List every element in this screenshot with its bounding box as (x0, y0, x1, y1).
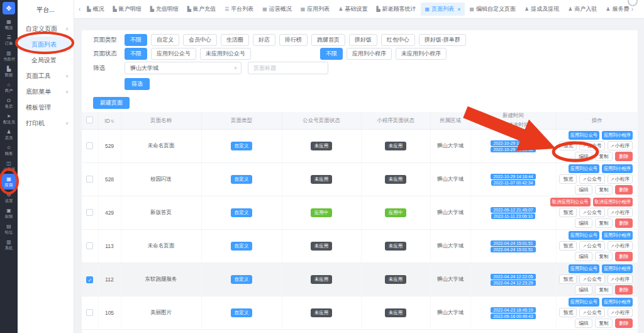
copy-button[interactable]: 复制 (595, 252, 613, 261)
tab-app-list[interactable]: ▦应用列表 (296, 3, 335, 16)
sidebar-item-after-sales[interactable]: Ω售后 (1, 95, 17, 111)
apply-mini-button[interactable]: 应用到小程序 (602, 264, 633, 273)
row-checkbox[interactable] (86, 176, 93, 183)
tab-scroll-right-icon[interactable]: › (630, 6, 635, 13)
sidebar-item-settings[interactable]: ⚙设置 (1, 189, 17, 205)
preview-button[interactable]: 预览 (559, 141, 577, 150)
sidebar-item-printer[interactable]: 打印机∨ (18, 115, 74, 131)
delete-button[interactable]: 删除 (615, 152, 633, 161)
apply-mp-button[interactable]: 应用到公众号 (569, 164, 599, 173)
tab-page-list[interactable]: ▦页面列表× (421, 3, 465, 16)
help-icon[interactable] (628, 0, 638, 6)
page-type-option-8[interactable]: 红包中心 (381, 34, 415, 46)
mini-link-button[interactable]: ↗小程序 (608, 208, 633, 217)
mini-status-option-0[interactable]: 不限 (320, 48, 343, 60)
delete-button[interactable]: 删除 (615, 185, 633, 195)
tab-account-detail[interactable]: ▙账户明细 (109, 3, 146, 16)
apply-mp-button[interactable]: 应用到公众号 (569, 131, 599, 140)
cancel-apply-mp-button[interactable]: 取消应用到公众号 (550, 198, 591, 206)
page-type-option-7[interactable]: 拼好饭 (349, 34, 377, 46)
delete-button[interactable]: 删除 (615, 218, 633, 228)
page-type-option-5[interactable]: 排行榜 (279, 34, 308, 46)
page-type-option-0[interactable]: 不限 (125, 34, 147, 46)
sidebar-item-permissions[interactable]: ▣权限 (1, 205, 17, 221)
edit-button[interactable]: 编辑 (575, 152, 592, 161)
region-select[interactable]: 狮山大学城 ∨ (125, 62, 242, 74)
sidebar-item-customer[interactable]: ☺顾客 (1, 142, 17, 158)
copy-button[interactable]: 复制 (595, 218, 613, 228)
apply-mini-button[interactable]: 应用到小程序 (602, 231, 633, 240)
tab-account-recharge[interactable]: ▙账户充值 (183, 3, 220, 16)
row-checkbox[interactable] (86, 309, 93, 316)
tab-basic-settings[interactable]: ♟基础设置 (334, 3, 372, 16)
edit-button[interactable]: 编辑 (575, 319, 592, 328)
mini-status-option-1[interactable]: 应用到小程序 (347, 48, 392, 60)
edit-button[interactable]: 编辑 (575, 218, 592, 228)
mp-link-button[interactable]: ↗公众号 (579, 174, 604, 184)
page-type-option-6[interactable]: 跑腿首页 (311, 34, 345, 46)
delete-button[interactable]: 删除 (615, 252, 633, 261)
sidebar-item-data[interactable]: ▙数据 (1, 64, 17, 79)
row-checkbox[interactable] (86, 209, 93, 216)
tab-service-fee[interactable]: ♟服务费率 (601, 3, 629, 16)
select-all-checkbox[interactable] (86, 116, 93, 123)
sidebar-item-courier[interactable]: ➤配送员 (1, 111, 17, 127)
sidebar-item-merchant[interactable]: ⌂商户 (1, 79, 17, 95)
tab-edit-custom-page[interactable]: ▦编辑自定义页面 (465, 3, 520, 16)
new-page-button[interactable]: 新建页面 (93, 97, 130, 109)
sidebar-item-global-settings[interactable]: 全局设置 (18, 52, 74, 68)
header-id[interactable]: ID⇅ (98, 112, 121, 130)
page-type-option-2[interactable]: 会员中心 (183, 34, 217, 46)
row-checkbox[interactable] (86, 142, 93, 149)
app-logo-icon[interactable]: ❖ (3, 2, 15, 14)
tab-operation-overview[interactable]: ▦运营概况 (258, 3, 296, 16)
mp-status-option-1[interactable]: 应用到公众号 (151, 48, 196, 60)
filter-submit-button[interactable]: 筛选 (125, 78, 150, 90)
mini-link-button[interactable]: ↗小程序 (608, 141, 633, 150)
sidebar-item-bottom-menu[interactable]: 底部菜单∨ (18, 84, 74, 99)
apply-mini-button[interactable]: 应用到小程序 (602, 298, 633, 307)
mini-link-button[interactable]: ↗小程序 (608, 274, 633, 284)
mini-link-button[interactable]: ↗小程序 (608, 174, 633, 184)
tab-commission-withdraw[interactable]: ♟提成及提现 (520, 3, 564, 16)
apply-mini-button[interactable]: 应用到小程序 (602, 164, 633, 173)
sidebar-item-station[interactable]: ▤站位 (1, 221, 17, 237)
preview-button[interactable]: 预览 (559, 308, 577, 317)
sidebar-item-staff[interactable]: ♟店员 (1, 127, 17, 142)
tab-recharge-detail[interactable]: ▙充值明细 (146, 3, 183, 16)
page-type-option-1[interactable]: 自定义 (151, 34, 179, 46)
edit-button[interactable]: 编辑 (575, 252, 592, 261)
mp-link-button[interactable]: ↗公众号 (579, 274, 604, 284)
sidebar-item-mini-program[interactable]: ◫小程序 (1, 158, 17, 174)
copy-button[interactable]: 复制 (595, 152, 613, 161)
sidebar-item-face-pay[interactable]: ▥当面付 (1, 48, 17, 64)
delete-button[interactable]: 删除 (615, 285, 633, 295)
apply-mp-button[interactable]: 应用到公众号 (569, 264, 599, 273)
sidebar-item-custom-page[interactable]: 自定义页面∧ (18, 21, 74, 37)
mp-link-button[interactable]: ↗公众号 (579, 308, 604, 317)
mp-status-option-0[interactable]: 不限 (125, 48, 147, 60)
preview-button[interactable]: 预览 (559, 208, 577, 217)
sidebar-item-orders[interactable]: ☰订单 (1, 32, 17, 48)
cancel-apply-mini-button[interactable]: 取消应用到小程序 (593, 198, 633, 206)
row-checkbox[interactable] (86, 242, 93, 249)
edit-button[interactable]: 编辑 (575, 285, 592, 295)
edit-button[interactable]: 编辑 (575, 185, 592, 195)
mini-status-option-2[interactable]: 未应用到小程序 (396, 48, 447, 60)
sidebar-item-apps[interactable]: ▦应用 (1, 174, 17, 189)
tab-merchant-entry[interactable]: ♟商户入驻 (564, 3, 601, 16)
mp-status-option-2[interactable]: 未应用到公众号 (200, 48, 251, 60)
page-title-input[interactable] (248, 62, 328, 74)
tab-overview[interactable]: ▙概况 (82, 3, 108, 16)
platform-header[interactable]: 平台... (18, 0, 74, 21)
preview-button[interactable]: 预览 (559, 274, 577, 284)
tab-scroll-left-icon[interactable]: ‹ (77, 6, 82, 13)
mp-link-button[interactable]: ↗公众号 (579, 241, 604, 251)
sort-icon[interactable]: ⇅ (111, 119, 114, 123)
apply-mp-button[interactable]: 应用到公众号 (569, 231, 599, 240)
mp-link-button[interactable]: ↗公众号 (579, 208, 604, 217)
sidebar-item-page-list[interactable]: 页面列表 (20, 37, 71, 52)
sidebar-item-page-tools[interactable]: 页面工具∨ (18, 68, 74, 84)
copy-button[interactable]: 复制 (595, 285, 613, 295)
page-type-option-3[interactable]: 生活圈 (221, 34, 249, 46)
